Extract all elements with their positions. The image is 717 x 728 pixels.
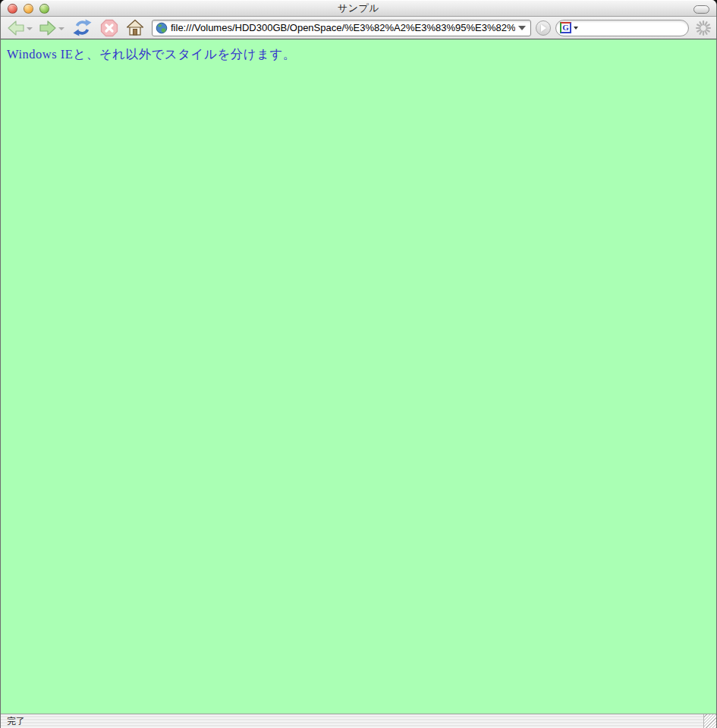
url-bar[interactable] xyxy=(152,20,531,36)
back-button[interactable] xyxy=(7,20,33,36)
google-engine-icon[interactable]: G xyxy=(560,22,571,33)
go-button[interactable] xyxy=(536,20,551,36)
home-icon xyxy=(126,19,144,36)
back-arrow-icon xyxy=(7,20,25,36)
go-arrow-icon xyxy=(541,24,546,32)
status-text: 完了 xyxy=(1,715,25,728)
search-bar[interactable]: G xyxy=(555,20,689,36)
throbber xyxy=(695,20,712,36)
resize-grip[interactable] xyxy=(703,714,716,728)
site-globe-icon xyxy=(156,22,168,34)
home-button[interactable] xyxy=(126,19,144,36)
reload-icon xyxy=(72,18,93,37)
statusbar: 完了 xyxy=(1,714,716,728)
url-input[interactable] xyxy=(168,22,518,33)
back-history-dropdown-icon[interactable] xyxy=(27,27,33,30)
titlebar[interactable]: サンプル xyxy=(1,0,716,17)
page-viewport: Windows IEと、それ以外でスタイルを分けます。 xyxy=(1,39,716,714)
toolbar-toggle-pill-button[interactable] xyxy=(693,5,709,14)
activity-spinner-icon xyxy=(695,20,712,36)
search-input[interactable] xyxy=(578,23,682,33)
window-title: サンプル xyxy=(1,2,716,15)
page-message: Windows IEと、それ以外でスタイルを分けます。 xyxy=(7,46,710,63)
forward-arrow-icon xyxy=(39,20,57,36)
navigation-toolbar: G xyxy=(1,17,716,39)
browser-window: サンプル xyxy=(0,0,717,728)
reload-button[interactable] xyxy=(72,18,93,37)
forward-button[interactable] xyxy=(39,20,64,36)
stop-button[interactable] xyxy=(100,19,118,37)
stop-icon xyxy=(100,19,118,37)
url-dropdown-icon[interactable] xyxy=(518,26,526,30)
forward-history-dropdown-icon[interactable] xyxy=(58,27,64,30)
